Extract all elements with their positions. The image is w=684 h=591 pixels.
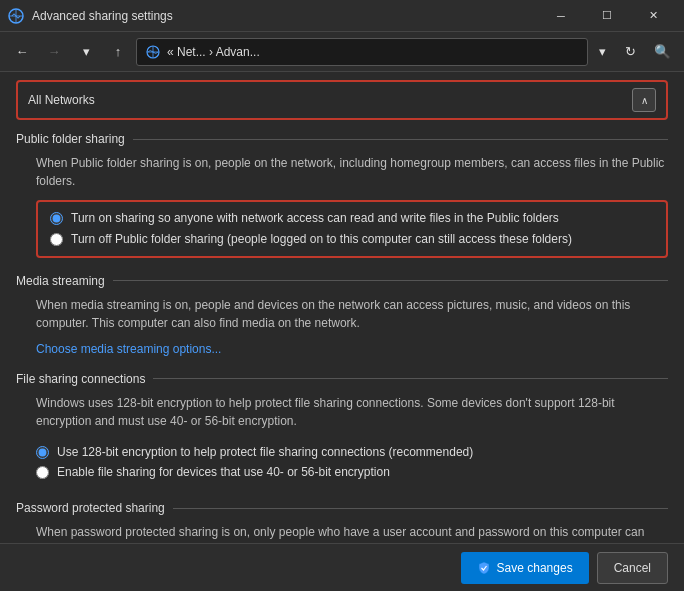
all-networks-header: All Networks ∧	[16, 80, 668, 120]
globe-icon	[145, 44, 161, 60]
shield-icon	[477, 561, 491, 575]
file-sharing-option-2: Enable file sharing for devices that use…	[36, 464, 668, 481]
up-button[interactable]: ↑	[104, 38, 132, 66]
password-sharing-title: Password protected sharing	[16, 501, 668, 515]
public-folder-option-1: Turn on sharing so anyone with network a…	[50, 210, 654, 227]
file-sharing-section: File sharing connections Windows uses 12…	[16, 372, 668, 486]
refresh-button[interactable]: ↻	[616, 38, 644, 66]
dropdown-button[interactable]: ▾	[72, 38, 100, 66]
file-sharing-option-1-label: Use 128-bit encryption to help protect f…	[57, 444, 473, 461]
window-controls: ─ ☐ ✕	[538, 0, 676, 32]
media-streaming-desc: When media streaming is on, people and d…	[36, 296, 668, 332]
search-button[interactable]: 🔍	[648, 38, 676, 66]
minimize-button[interactable]: ─	[538, 0, 584, 32]
media-streaming-section: Media streaming When media streaming is …	[16, 274, 668, 356]
password-sharing-desc: When password protected sharing is on, o…	[36, 523, 668, 543]
public-folder-option-2-label: Turn off Public folder sharing (people l…	[71, 231, 572, 248]
back-button[interactable]: ←	[8, 38, 36, 66]
file-sharing-radio-128[interactable]	[36, 446, 49, 459]
all-networks-title: All Networks	[28, 93, 95, 107]
title-bar: Advanced sharing settings ─ ☐ ✕	[0, 0, 684, 32]
window-icon	[8, 8, 24, 24]
address-text: « Net... › Advan...	[167, 45, 260, 59]
file-sharing-option-1: Use 128-bit encryption to help protect f…	[36, 444, 668, 461]
save-changes-label: Save changes	[497, 561, 573, 575]
public-folder-title: Public folder sharing	[16, 132, 668, 146]
public-folder-radio-on[interactable]	[50, 212, 63, 225]
public-folder-radio-off[interactable]	[50, 233, 63, 246]
file-sharing-option-2-label: Enable file sharing for devices that use…	[57, 464, 390, 481]
file-sharing-options: Use 128-bit encryption to help protect f…	[36, 440, 668, 486]
public-folder-options: Turn on sharing so anyone with network a…	[36, 200, 668, 258]
media-streaming-title: Media streaming	[16, 274, 668, 288]
scroll-area[interactable]: All Networks ∧ Public folder sharing Whe…	[0, 72, 684, 543]
public-folder-desc: When Public folder sharing is on, people…	[36, 154, 668, 190]
maximize-button[interactable]: ☐	[584, 0, 630, 32]
close-button[interactable]: ✕	[630, 0, 676, 32]
cancel-button[interactable]: Cancel	[597, 552, 668, 584]
media-streaming-link[interactable]: Choose media streaming options...	[36, 342, 221, 356]
bottom-bar: Save changes Cancel	[0, 543, 684, 591]
file-sharing-title: File sharing connections	[16, 372, 668, 386]
main-content: All Networks ∧ Public folder sharing Whe…	[0, 72, 684, 591]
public-folder-section: Public folder sharing When Public folder…	[16, 132, 668, 258]
public-folder-option-1-label: Turn on sharing so anyone with network a…	[71, 210, 559, 227]
save-changes-button[interactable]: Save changes	[461, 552, 589, 584]
all-networks-chevron[interactable]: ∧	[632, 88, 656, 112]
file-sharing-desc: Windows uses 128-bit encryption to help …	[36, 394, 668, 430]
window-title: Advanced sharing settings	[32, 9, 530, 23]
file-sharing-radio-40[interactable]	[36, 466, 49, 479]
address-dropdown-button[interactable]: ▾	[592, 38, 612, 66]
address-field[interactable]: « Net... › Advan...	[136, 38, 588, 66]
address-bar: ← → ▾ ↑ « Net... › Advan... ▾ ↻ 🔍	[0, 32, 684, 72]
forward-button: →	[40, 38, 68, 66]
public-folder-option-2: Turn off Public folder sharing (people l…	[50, 231, 654, 248]
password-sharing-section: Password protected sharing When password…	[16, 501, 668, 543]
